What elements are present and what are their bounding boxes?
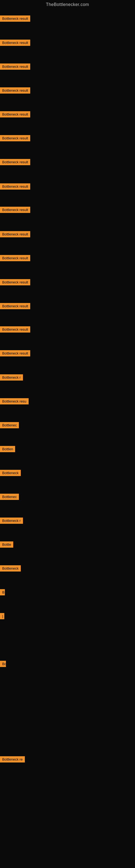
bottleneck-item: B — [0, 589, 5, 596]
bottleneck-item: Bottleneck result — [0, 350, 30, 358]
bottleneck-badge: Bottleneck — [0, 565, 21, 571]
bottleneck-item: Bottleneck result — [0, 207, 30, 214]
bottleneck-badge: Bottleneck result — [0, 16, 30, 22]
bottleneck-badge: B — [0, 589, 5, 595]
bottleneck-badge: Bo — [0, 661, 6, 667]
bottleneck-badge: Bottleneck result — [0, 159, 30, 165]
bottleneck-item: Bottleneck resu — [0, 398, 29, 405]
bottleneck-badge: Bottle — [0, 541, 13, 548]
bottleneck-item: Bottleneck result — [0, 279, 30, 286]
bottleneck-item: Bottleneck result — [0, 135, 30, 143]
bottleneck-item: Bottle — [0, 541, 13, 549]
bottleneck-badge: Bottleneck resu — [0, 398, 29, 404]
bottleneck-badge: Bottleneck result — [0, 87, 30, 94]
bottleneck-item: Bottleneck r — [0, 374, 23, 382]
bottleneck-item: Bottleneck result — [0, 63, 30, 71]
bottleneck-item: Bottleneck re — [0, 756, 25, 764]
bottleneck-item: Bottlen — [0, 446, 15, 453]
bottleneck-badge: Bottleneck result — [0, 326, 30, 333]
bottleneck-badge: Bottleneck result — [0, 135, 30, 141]
bottleneck-item: Bottleneck result — [0, 326, 30, 334]
bottleneck-item: Bo — [0, 661, 6, 668]
bottleneck-badge: Bottlenec — [0, 422, 19, 428]
bottleneck-badge: Bottleneck result — [0, 111, 30, 118]
bottleneck-item: | — [0, 613, 4, 620]
bottleneck-badge: Bottlen — [0, 446, 15, 452]
bottleneck-item: Bottleneck result — [0, 159, 30, 166]
bottleneck-badge: | — [0, 613, 4, 619]
bottleneck-item: Bottleneck — [0, 565, 21, 572]
bottleneck-item: Bottleneck result — [0, 183, 30, 191]
bottleneck-item: Bottleneck result — [0, 16, 30, 23]
bottleneck-badge: Bottleneck re — [0, 756, 25, 763]
bottleneck-badge: Bottleneck result — [0, 303, 30, 309]
bottleneck-item: Bottleneck — [0, 470, 21, 477]
bottleneck-badge: Bottleneck result — [0, 63, 30, 70]
bottleneck-item: Bottlenec — [0, 494, 19, 501]
bottleneck-badge: Bottleneck — [0, 470, 21, 476]
site-title-text: TheBottlenecker.com — [46, 2, 89, 7]
bottleneck-badge: Bottleneck r — [0, 374, 23, 380]
bottleneck-badge: Bottlenec — [0, 494, 19, 500]
bottleneck-badge: Bottleneck result — [0, 40, 30, 46]
bottleneck-item: Bottleneck result — [0, 111, 30, 119]
bottleneck-item: Bottleneck result — [0, 303, 30, 310]
bottleneck-badge: Bottleneck result — [0, 255, 30, 261]
bottleneck-badge: Bottleneck r — [0, 518, 23, 524]
bottleneck-item: Bottlenec — [0, 422, 19, 429]
bottleneck-item: Bottleneck r — [0, 518, 23, 525]
bottleneck-badge: Bottleneck result — [0, 279, 30, 285]
bottleneck-badge: Bottleneck result — [0, 231, 30, 237]
bottleneck-item: Bottleneck result — [0, 87, 30, 95]
bottleneck-item: Bottleneck result — [0, 40, 30, 47]
bottleneck-badge: Bottleneck result — [0, 183, 30, 190]
bottleneck-item: Bottleneck result — [0, 231, 30, 239]
bottleneck-badge: Bottleneck result — [0, 350, 30, 356]
bottleneck-item: Bottleneck result — [0, 255, 30, 262]
bottleneck-badge: Bottleneck result — [0, 207, 30, 213]
site-title: TheBottlenecker.com — [0, 0, 135, 9]
